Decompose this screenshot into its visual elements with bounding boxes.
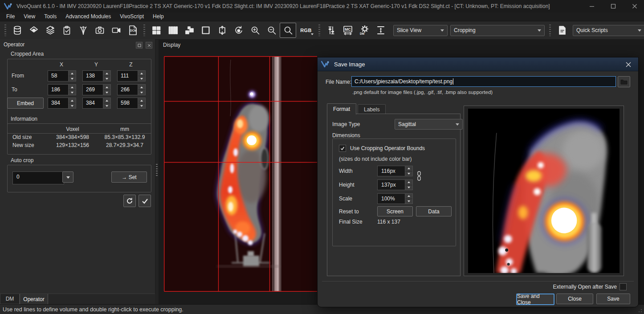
- fit-vertical-icon[interactable]: [372, 23, 389, 38]
- menu-help[interactable]: Help: [148, 12, 168, 21]
- embed-y-spinbox[interactable]: 384: [82, 98, 111, 109]
- float-panel-icon[interactable]: [136, 42, 143, 49]
- scale-spinbox[interactable]: 100%: [377, 193, 413, 204]
- menu-tools[interactable]: Tools: [40, 12, 61, 21]
- to-y-spinbox[interactable]: 269: [82, 84, 111, 95]
- close-button[interactable]: Close: [556, 294, 593, 304]
- menu-view[interactable]: View: [19, 12, 40, 21]
- menu-file[interactable]: File: [2, 12, 19, 21]
- panel-splitter-handle[interactable]: [156, 164, 158, 177]
- spin-down-icon[interactable]: [69, 103, 76, 108]
- spin-down-icon[interactable]: [138, 90, 145, 95]
- from-x-spinbox[interactable]: 58: [48, 70, 76, 82]
- refresh-button[interactable]: [123, 195, 136, 207]
- auto-crop-input[interactable]: 0: [12, 171, 64, 184]
- spin-up-icon[interactable]: [103, 98, 110, 103]
- set-button[interactable]: → Set: [111, 171, 147, 183]
- maximize-button[interactable]: [607, 1, 620, 12]
- spin-up-icon[interactable]: [103, 71, 110, 76]
- spin-up-icon[interactable]: [138, 71, 145, 76]
- height-spinbox[interactable]: 137px: [377, 179, 413, 190]
- spin-up-icon[interactable]: [69, 85, 76, 90]
- operator-dropdown[interactable]: Cropping: [450, 25, 545, 36]
- menu-advanced-modules[interactable]: Advanced Modules: [61, 12, 115, 21]
- camera-icon[interactable]: [91, 23, 108, 38]
- zoom-out-icon[interactable]: [263, 23, 280, 38]
- tab-operator[interactable]: Operator: [20, 294, 48, 305]
- gear-dm-icon[interactable]: DM: [356, 23, 372, 38]
- spin-down-icon[interactable]: [405, 185, 412, 190]
- single-view-icon[interactable]: [197, 23, 214, 38]
- use-bounds-checkbox[interactable]: [339, 145, 346, 152]
- rgb-channels-icon[interactable]: RGB: [296, 23, 316, 38]
- 3d-crop-icon[interactable]: [214, 23, 230, 38]
- to-z-spinbox[interactable]: 266: [117, 84, 146, 95]
- clipboard-check-icon[interactable]: [58, 23, 75, 38]
- minimize-button[interactable]: [585, 1, 599, 12]
- save-button[interactable]: Save: [596, 294, 630, 304]
- magnifier-icon[interactable]: [280, 23, 296, 38]
- fan-icon[interactable]: [75, 23, 91, 38]
- video-camera-icon[interactable]: [108, 23, 124, 38]
- spin-up-icon[interactable]: [69, 71, 76, 76]
- externally-open-checkbox[interactable]: [620, 283, 627, 290]
- spin-up-icon[interactable]: [405, 166, 412, 171]
- spin-up-icon[interactable]: [138, 98, 145, 103]
- embed-x-spinbox[interactable]: 384: [48, 98, 76, 109]
- to-x-spinbox[interactable]: 186: [48, 84, 76, 95]
- spin-down-icon[interactable]: [405, 199, 412, 204]
- layers-add-icon[interactable]: [42, 23, 58, 38]
- spin-down-icon[interactable]: [69, 90, 76, 95]
- spin-down-icon[interactable]: [103, 90, 110, 95]
- spin-up-icon[interactable]: [405, 194, 412, 199]
- image-type-dropdown[interactable]: Sagittal: [395, 119, 463, 130]
- reset-data-button[interactable]: Data: [416, 206, 452, 216]
- browse-folder-button[interactable]: [618, 76, 630, 87]
- spin-up-icon[interactable]: [138, 85, 145, 90]
- apply-button[interactable]: [139, 195, 151, 207]
- width-spinbox[interactable]: 116px: [377, 166, 413, 176]
- tile-view-icon[interactable]: [181, 23, 197, 38]
- spin-down-icon[interactable]: [138, 76, 145, 81]
- sagittal-slice-view[interactable]: [164, 56, 317, 292]
- grid-view-icon[interactable]: [148, 23, 164, 38]
- file-name-input[interactable]: C:/Users/jpieszala/Desktop/temp/test.png: [351, 76, 616, 87]
- script-file-icon[interactable]: [554, 23, 570, 38]
- spin-down-icon[interactable]: [405, 171, 412, 176]
- spin-up-icon[interactable]: [103, 85, 110, 90]
- tab-dm[interactable]: DM: [0, 294, 20, 304]
- dcm-file-icon[interactable]: DCM: [124, 23, 141, 38]
- spin-up-icon[interactable]: [69, 98, 76, 103]
- layers-icon[interactable]: [25, 23, 42, 38]
- reset-screen-button[interactable]: Screen: [377, 206, 413, 216]
- zoom-in-icon[interactable]: [247, 23, 263, 38]
- close-button[interactable]: [628, 1, 641, 12]
- close-panel-icon[interactable]: [146, 42, 152, 49]
- database-icon[interactable]: [9, 23, 25, 38]
- spin-down-icon[interactable]: [138, 103, 145, 108]
- from-z-spinbox[interactable]: 111: [117, 70, 146, 82]
- spin-down-icon[interactable]: [103, 103, 110, 108]
- dialog-title-bar[interactable]: Save Image: [318, 57, 638, 71]
- column-view-icon[interactable]: [164, 23, 181, 38]
- save-and-close-button[interactable]: Save and Close: [516, 294, 554, 305]
- quick-scripts-dropdown[interactable]: Quick Scripts: [573, 25, 644, 36]
- embed-z-spinbox[interactable]: 598: [117, 98, 146, 109]
- sliders-icon[interactable]: [323, 23, 339, 38]
- tab-labels[interactable]: Labels: [358, 104, 386, 114]
- rotate-camera-icon[interactable]: [230, 23, 247, 38]
- spin-down-icon[interactable]: [103, 76, 110, 81]
- embed-button[interactable]: Embed: [7, 98, 44, 109]
- menu-vivoscript[interactable]: VivoScript: [115, 12, 148, 21]
- auto-crop-dropdown-button[interactable]: [62, 171, 73, 183]
- spin-down-icon[interactable]: [69, 76, 76, 81]
- from-y-spinbox[interactable]: 138: [82, 70, 111, 82]
- tab-format[interactable]: Format: [327, 103, 356, 114]
- resize-grip[interactable]: [636, 306, 643, 314]
- chevron-down-icon: [638, 29, 641, 33]
- link-dimensions-icon[interactable]: [416, 171, 422, 181]
- mc-coregistration-icon[interactable]: MC: [339, 23, 356, 38]
- dialog-close-icon[interactable]: [624, 60, 633, 69]
- spin-up-icon[interactable]: [405, 180, 412, 185]
- view-mode-dropdown[interactable]: Slice View: [393, 25, 448, 36]
